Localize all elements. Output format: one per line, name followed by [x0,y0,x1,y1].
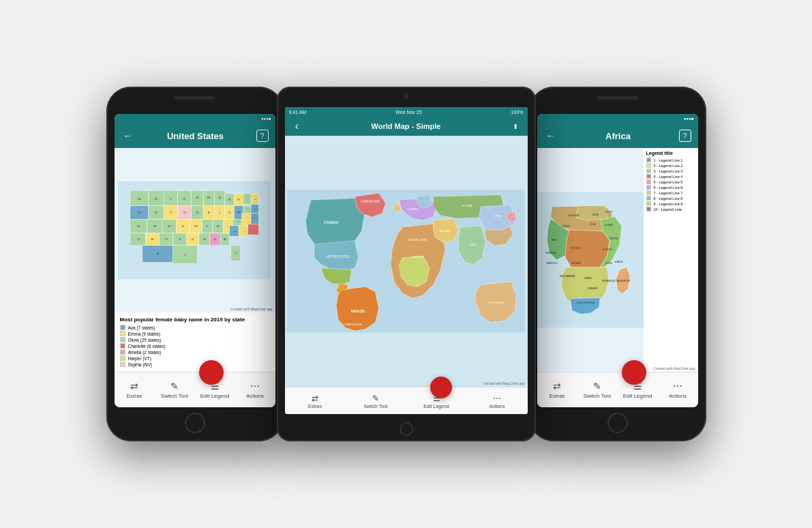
legend-item: Emma (9 states) [120,331,270,336]
tablet-map[interactable]: CANADA GREENLAND UNITED STATES BRAZIL [285,136,528,387]
phone-right-map[interactable]: ALGERIA LIBYA EGYPT MALI NIGER CHAD SUDA… [537,148,698,372]
tablet-status-bar: 9:41 AM Wed Nov 25 100% [285,107,528,117]
svg-text:GREENLAND: GREENLAND [361,200,380,203]
svg-text:EUROPE: EUROPE [408,208,418,211]
phone-left-help-icon: ? [260,132,265,140]
legend-item: 9 - Legend Line 9 [646,201,695,206]
legend-item: 8 - Legend Line 8 [646,196,695,201]
svg-text:CHINA: CHINA [494,215,502,218]
svg-text:MT: MT [183,198,186,201]
phone-right-toolbar: ⇄ Extras ✎ Switch Tool ☰ Edit Legend ⋯ A… [537,372,698,407]
phone-right-help-button[interactable]: ? [679,130,691,142]
phone-right-legend-label: Edit Legend [623,393,652,399]
tablet-time: 9:41 AM [289,110,307,115]
svg-text:SUDAN: SUDAN [604,224,613,226]
phone-right-actions-button[interactable]: ⋯ Actions [658,381,698,399]
tablet-actions-label: Actions [490,404,505,409]
phone-right-header: ← Africa ? [537,123,698,148]
svg-text:RUSSIA: RUSSIA [462,204,472,207]
svg-text:ZAMBIA: ZAMBIA [584,277,592,280]
svg-text:ALGERIA: ALGERIA [408,239,419,241]
tablet-map-credit: Created with MapChart app [483,381,524,385]
africa-map-area: ALGERIA LIBYA EGYPT MALI NIGER CHAD SUDA… [537,148,644,372]
phone-right-back-icon: ← [546,130,556,141]
svg-text:PA: PA [246,208,248,209]
phone-left-extras-label: Extras [127,393,142,399]
phone-left-back-button[interactable]: ← [121,129,135,143]
svg-text:KS: KS [182,225,185,228]
svg-text:MN: MN [207,196,210,199]
phone-left-fab[interactable] [199,360,224,385]
svg-text:FL: FL [235,252,237,255]
phone-left-home-button[interactable] [185,413,205,433]
svg-text:WI: WI [219,196,222,199]
tablet-back-button[interactable]: ‹ [290,119,304,133]
phone-left-legend-label: Edit Legend [200,393,230,399]
svg-text:SOMALIA: SOMALIA [614,261,622,263]
svg-text:NIGERIA: NIGERIA [545,252,556,254]
legend-item: Sophia (NV) [120,362,270,367]
phone-right-signal: ●●● [684,117,691,121]
phone-right-switch-label: Switch Tool [584,393,611,399]
phone-left-extras-button[interactable]: ⇄ Extras [115,381,155,399]
phone-right-extras-button[interactable]: ⇄ Extras [537,381,577,399]
svg-text:TX: TX [184,254,187,256]
phone-right-home-button[interactable] [607,413,628,433]
legend-item: 10 - Legend Line [646,207,695,211]
phone-right-extras-icon: ⇄ [553,381,561,392]
tablet-actions-button[interactable]: ⋯ Actions [467,394,528,409]
phone-right-extras-label: Extras [550,393,565,399]
legend-item: 3 - Legend Line 3 [646,168,695,173]
svg-text:CHAD: CHAD [589,223,596,226]
svg-text:AUSTRALIA: AUSTRALIA [489,301,504,304]
svg-text:ETHIOPIA: ETHIOPIA [603,248,612,251]
phone-left-legend: Most popular female baby name in 2019 by… [115,312,275,372]
phone-right-legend-title: Legend title [646,151,695,156]
phone-right-screen: ●●● ■ ← Africa ? [537,114,698,407]
svg-text:AL: AL [214,238,217,241]
svg-text:KY: KY [207,225,209,228]
tablet-extras-icon: ⇄ [312,394,318,403]
phone-left-map[interactable]: WA OR ID MT ND MN WI MI NY VT ME CA NV U… [115,148,275,312]
svg-text:NY: NY [238,199,241,201]
svg-text:UNITED STATES: UNITED STATES [327,255,350,259]
phone-left-legend-title: Most popular female baby name in 2019 by… [120,317,270,323]
phone-right-switch-button[interactable]: ✎ Switch Tool [577,381,618,399]
legend-item: 2 - Legend Line 2 [646,163,695,168]
svg-text:VA: VA [227,226,229,227]
svg-text:MALI: MALI [551,239,556,241]
legend-item: 4 - Legend Line 4 [646,174,695,179]
phone-right: ●●● ■ ← Africa ? [529,87,706,441]
phone-left-actions-button[interactable]: ⋯ Actions [235,381,275,399]
us-map-svg: WA OR ID MT ND MN WI MI NY VT ME CA NV U… [118,156,271,304]
svg-text:GA: GA [203,238,206,241]
africa-map-svg: ALGERIA LIBYA EGYPT MALI NIGER CHAD SUDA… [537,148,644,372]
svg-rect-32 [242,214,251,226]
svg-text:CO: CO [183,211,186,214]
us-map-container: WA OR ID MT ND MN WI MI NY VT ME CA NV U… [115,148,275,312]
tablet-extras-button[interactable]: ⇄ Extras [285,394,346,409]
tablet-header: ‹ World Map - Simple ⬆ [285,117,528,136]
tablet-fab[interactable] [430,377,452,398]
phone-left-switch-button[interactable]: ✎ Switch Tool [155,381,195,399]
phone-right-title: Africa [558,131,679,141]
svg-text:NJ: NJ [254,208,256,209]
svg-text:NAMIBIA: NAMIBIA [567,275,575,278]
tablet-home-button[interactable] [400,422,413,436]
tablet-switch-button[interactable]: ✎ Switch Tool [346,394,406,409]
phone-left-back-icon: ← [123,130,133,141]
tablet-share-button[interactable]: ⬆ [509,119,522,133]
phone-right-fab[interactable] [622,360,646,385]
svg-text:NC: NC [179,238,181,241]
svg-text:EGYPT: EGYPT [604,211,613,214]
legend-item: 1 - Legend Line 1 [646,158,695,162]
svg-text:MOZAMBIQUE: MOZAMBIQUE [602,280,615,282]
legend-item: Amelia (2 states) [120,349,270,355]
phone-left-actions-icon: ⋯ [250,381,260,392]
svg-text:WV: WV [217,225,220,228]
phone-left-help-button[interactable]: ? [256,130,269,142]
phone-right-legend-items: 1 - Legend Line 12 - Legend Line 23 - Le… [646,158,695,211]
phone-right-help-icon: ? [683,132,687,140]
phone-right-back-button[interactable]: ← [544,129,558,143]
svg-text:ALGERIA: ALGERIA [568,214,579,217]
